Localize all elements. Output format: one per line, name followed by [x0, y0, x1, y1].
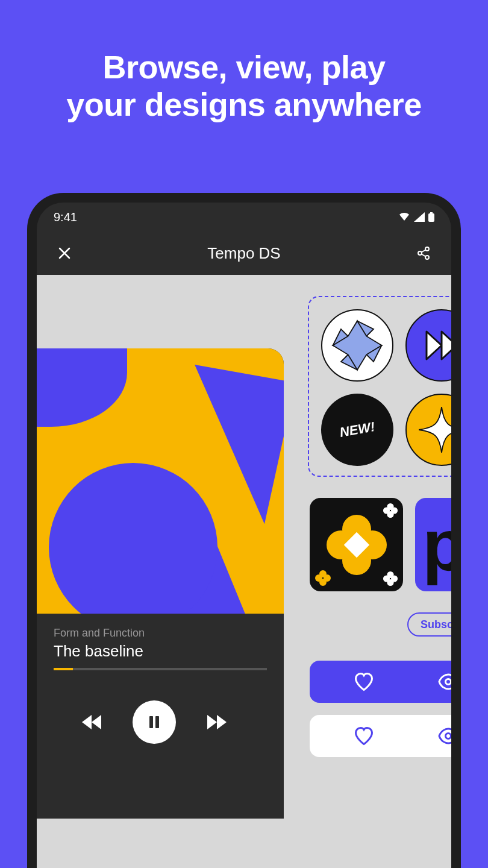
svg-point-24: [383, 575, 390, 582]
sticker-sheet[interactable]: NEW!: [308, 296, 451, 477]
artwork-shape: [37, 348, 127, 427]
player-controls: [37, 676, 284, 744]
thumbnail-typography[interactable]: po: [415, 498, 451, 591]
subscribe-button[interactable]: Subscribe: [407, 612, 451, 637]
pause-icon: [145, 713, 163, 731]
svg-point-3: [418, 251, 422, 255]
pause-button[interactable]: [133, 700, 176, 744]
action-row-outlined: [310, 715, 451, 757]
promo-page: Browse, view, play your designs anywhere…: [0, 0, 488, 868]
fast-forward-icon: [421, 324, 451, 366]
album-artwork: [37, 348, 284, 614]
sticker-sparkle[interactable]: [405, 394, 451, 466]
heart-button[interactable]: [353, 725, 375, 747]
svg-rect-0: [428, 213, 434, 222]
previous-icon: [80, 710, 104, 734]
svg-point-25: [391, 575, 398, 582]
previous-button[interactable]: [80, 710, 104, 734]
next-icon: [205, 710, 229, 734]
close-button[interactable]: [54, 242, 75, 264]
track-subtitle: Form and Function: [54, 627, 267, 640]
share-icon: [416, 246, 431, 260]
wifi-icon: [398, 212, 410, 222]
flower-icon: [324, 512, 390, 578]
phone-mockup: 9:41 Tempo DS: [27, 193, 461, 868]
svg-point-2: [425, 247, 429, 251]
thumbnail-flower[interactable]: [310, 498, 403, 591]
eye-button[interactable]: [437, 671, 451, 693]
track-title: The baseline: [54, 642, 267, 661]
flower-small-icon: [383, 503, 398, 518]
heart-icon: [353, 725, 375, 747]
track-meta: Form and Function The baseline: [37, 614, 284, 676]
new-badge-label: NEW!: [339, 419, 376, 441]
progress-bar[interactable]: [54, 668, 267, 670]
hero-line-2: your designs anywhere: [0, 86, 488, 123]
hero-headline: Browse, view, play your designs anywhere: [0, 48, 488, 123]
phone-screen: 9:41 Tempo DS: [37, 203, 451, 868]
status-icons: [398, 212, 434, 222]
sticker-new-badge[interactable]: NEW!: [315, 388, 399, 471]
page-title: Tempo DS: [75, 244, 413, 263]
action-row-filled: [310, 661, 451, 703]
hero-line-1: Browse, view, play: [0, 48, 488, 86]
svg-point-16: [315, 574, 322, 582]
svg-rect-5: [149, 716, 153, 728]
share-button[interactable]: [413, 242, 434, 264]
clock: 9:41: [54, 210, 77, 224]
battery-icon: [428, 212, 434, 222]
svg-marker-8: [333, 321, 382, 370]
heart-icon: [353, 671, 375, 693]
sticker-fastforward[interactable]: [405, 309, 451, 382]
svg-point-27: [446, 734, 451, 739]
svg-point-26: [446, 679, 451, 685]
sparkle-icon: [414, 403, 451, 457]
close-icon: [57, 246, 72, 260]
eye-icon: [437, 671, 451, 693]
svg-point-4: [425, 256, 429, 259]
player-card[interactable]: Form and Function The baseline: [37, 348, 284, 819]
signal-icon: [414, 212, 425, 222]
eye-icon: [437, 725, 451, 747]
sticker-star[interactable]: [321, 309, 393, 382]
subscribe-label: Subscribe: [421, 618, 451, 631]
svg-rect-6: [155, 716, 159, 728]
flower-small-icon: [383, 571, 398, 587]
star-icon: [330, 318, 384, 373]
eye-button[interactable]: [437, 725, 451, 747]
heart-button[interactable]: [353, 671, 375, 693]
top-bar: Tempo DS: [37, 231, 451, 275]
next-button[interactable]: [205, 710, 229, 734]
canvas[interactable]: Form and Function The baseline: [37, 275, 451, 868]
flower-small-icon: [314, 570, 331, 587]
svg-rect-1: [430, 212, 433, 213]
svg-point-20: [383, 507, 390, 514]
svg-point-21: [391, 507, 398, 514]
progress-fill: [54, 668, 73, 670]
svg-point-17: [324, 574, 331, 582]
status-bar: 9:41: [37, 203, 451, 231]
thumbnail-text: po: [422, 503, 451, 587]
